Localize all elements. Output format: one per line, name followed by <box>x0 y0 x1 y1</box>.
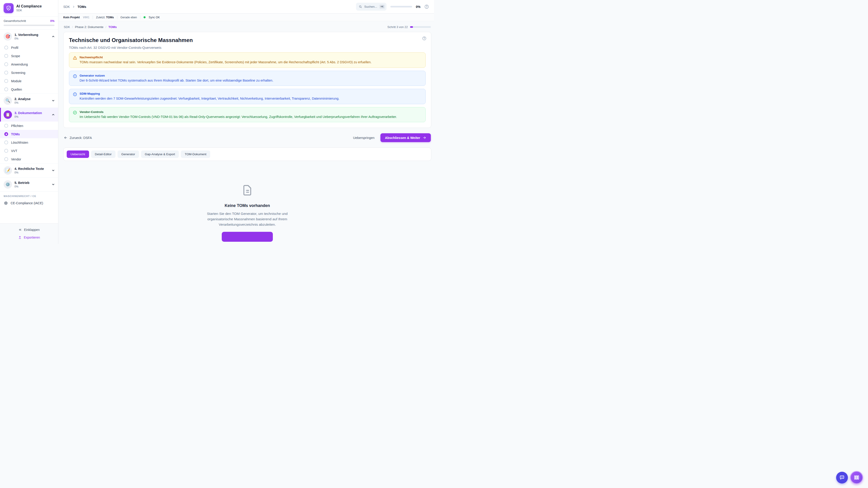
radio-circle-icon <box>4 157 8 161</box>
skip-button[interactable]: Ueberspringen <box>353 136 375 140</box>
search-input[interactable]: Suchen... ⌘K <box>356 3 386 11</box>
tab-gap-analyse-export[interactable]: Gap-Analyse & Export <box>141 151 179 158</box>
keyboard-shortcut-badge: ⌘K <box>379 4 385 9</box>
sidebar-item-quellen[interactable]: Quellen <box>0 85 58 94</box>
chevron-down-icon <box>52 99 55 102</box>
status-bar: Kein Projekt V001 Zuletzt: TOMs Gerade e… <box>58 13 434 21</box>
chevron-up-icon <box>52 35 55 38</box>
info-alert-generator: Generator nutzen Der 6-Schritt-Wizard le… <box>69 71 426 86</box>
step-progress-track <box>410 26 431 28</box>
sidebar-phase-dokumentation[interactable]: 📋 3. Dokumentation 0% <box>0 108 58 122</box>
radio-circle-icon <box>4 71 8 74</box>
intro-card: Technische und Organisatorische Massnahm… <box>63 32 431 128</box>
back-button[interactable]: Zurueck: DSFA <box>64 136 92 140</box>
page-subtitle: TOMs nach Art. 32 DSGVO mit Vendor-Contr… <box>69 46 426 50</box>
radio-circle-icon <box>4 46 8 50</box>
sidebar-phase-vorbereitung[interactable]: 🎯 1. Vorbereitung 0% <box>0 30 58 43</box>
breadcrumb-root[interactable]: SDK <box>63 5 70 8</box>
sidebar-phase-analyse[interactable]: 🔍 2. Analyse 0% <box>0 94 58 107</box>
collapse-sidebar-button[interactable]: Einklappen <box>0 226 58 234</box>
empty-state: Keine TOMs vorhanden Starten Sie den TOM… <box>63 184 431 242</box>
search-placeholder: Suchen... <box>364 5 377 8</box>
shield-check-icon <box>6 5 11 11</box>
sidebar: AI Compliance SDK Gesamtfortschritt 0% 🎯… <box>0 0 58 244</box>
app-title: AI Compliance <box>16 4 41 8</box>
step-indicator: Schritt 3 von 22 <box>388 25 408 29</box>
last-visited-label: Zuletzt: TOMs <box>96 16 114 19</box>
gear-icon: ⚙️ <box>4 180 12 189</box>
app-logo <box>4 3 13 13</box>
sidebar-item-vendor[interactable]: Vendor <box>0 155 58 163</box>
chevron-down-icon <box>52 169 55 172</box>
tom-generator-start-button[interactable] <box>222 232 273 242</box>
help-icon[interactable] <box>424 4 429 9</box>
sidebar-item-module[interactable]: Module <box>0 77 58 85</box>
chevron-up-icon <box>52 113 55 116</box>
sidebar-item-vvt[interactable]: VVT <box>0 147 58 155</box>
clipboard-icon: 📋 <box>4 110 12 119</box>
arrow-right-icon <box>423 136 426 140</box>
wizard-nav-row: Zurueck: DSFA Ueberspringen Abschliessen… <box>64 133 431 142</box>
warning-triangle-icon <box>73 56 77 65</box>
export-button[interactable]: Exportieren <box>0 234 58 241</box>
sidebar-item-profil[interactable]: Profil <box>0 43 58 52</box>
divider <box>140 15 141 19</box>
alert-body: Im Uebersicht-Tab werden Vendor-TOM-Cont… <box>80 115 397 119</box>
info-circle-icon <box>73 92 77 101</box>
tab-detail-editor[interactable]: Detail-Editor <box>91 151 116 158</box>
page-breadcrumb-row: SDK / Phase 2: Dokumente / TOMs Schritt … <box>64 25 431 29</box>
main-area: SDK TOMs Suchen... ⌘K 0% Kein Projekt <box>58 0 434 244</box>
sidebar-item-pflichten[interactable]: Pflichten <box>0 122 58 130</box>
alert-body: Kontrollen werden den 7 SDM-Gewaehrleist… <box>80 96 339 101</box>
alert-body: Der 6-Schritt-Wizard leitet TOMs systema… <box>80 78 273 83</box>
overall-progress-label: Gesamtfortschritt <box>4 19 26 23</box>
breadcrumb-separator: / <box>105 25 106 29</box>
breadcrumb-phase[interactable]: Phase 2: Dokumente <box>75 25 103 29</box>
sidebar-item-toms[interactable]: TOMs <box>0 130 58 138</box>
page-title: Technische und Organisatorische Massnahm… <box>69 37 426 43</box>
divider <box>117 15 117 19</box>
overall-progress: Gesamtfortschritt 0% <box>0 17 58 30</box>
sidebar-item-scope[interactable]: Scope <box>0 52 58 60</box>
tab-generator[interactable]: Generator <box>118 151 139 158</box>
last-saved-time: Gerade eben <box>121 16 137 19</box>
overall-progress-track <box>4 25 55 26</box>
sidebar-phase-rechtliche-texte[interactable]: 📝 4. Rechtliche Texte 0% <box>0 164 58 177</box>
header-progress-track <box>391 6 412 7</box>
help-icon[interactable] <box>422 36 427 41</box>
sidebar-footer: Einklappen Exportieren <box>0 223 58 244</box>
sidebar-section-maschinenrecht: MASCHINENRECHT / CE <box>0 191 58 199</box>
chevron-down-icon <box>52 183 55 186</box>
breadcrumb-separator: / <box>72 25 73 29</box>
sidebar-phase-betrieb[interactable]: ⚙️ 5. Betrieb 0% <box>0 177 58 191</box>
double-chevron-left-icon <box>18 228 22 232</box>
radio-circle-icon <box>4 54 8 58</box>
document-icon <box>63 184 431 197</box>
radio-circle-icon <box>4 62 8 66</box>
app-header: AI Compliance SDK <box>0 0 58 17</box>
sidebar-item-ce-compliance[interactable]: CE-Compliance (IACE) <box>0 199 58 208</box>
finish-next-button[interactable]: Abschliessen & Weiter <box>380 133 431 142</box>
alert-title: Nachweispflicht <box>80 56 372 59</box>
chip-icon <box>4 201 8 205</box>
chevron-right-icon <box>72 5 75 8</box>
tab-tom-dokument[interactable]: TOM-Dokument <box>181 151 210 158</box>
header-progress-value: 0% <box>416 5 421 8</box>
sidebar-item-anwendung[interactable]: Anwendung <box>0 60 58 68</box>
breadcrumb-sdk[interactable]: SDK <box>64 25 70 29</box>
tab-bar: Uebersicht Detail-Editor Generator Gap-A… <box>63 148 431 161</box>
alert-body: TOMs muessen nachweisbar real sein. Verk… <box>80 60 372 65</box>
overall-progress-value: 0% <box>50 19 55 23</box>
sidebar-item-loeschfristen[interactable]: Löschfristen <box>0 138 58 147</box>
info-circle-icon <box>73 74 77 83</box>
arrow-left-icon <box>64 136 68 140</box>
warning-alert: Nachweispflicht TOMs muessen nachweisbar… <box>69 53 426 68</box>
alert-title: SDM-Mapping <box>80 92 339 95</box>
tab-uebersicht[interactable]: Uebersicht <box>67 151 89 158</box>
divider <box>93 15 93 19</box>
radio-circle-icon <box>4 88 8 91</box>
app-subtitle: SDK <box>16 9 41 12</box>
alert-title: Vendor-Controls <box>80 110 397 113</box>
breadcrumb-current: TOMs <box>78 5 86 8</box>
sidebar-item-screening[interactable]: Screening <box>0 68 58 77</box>
